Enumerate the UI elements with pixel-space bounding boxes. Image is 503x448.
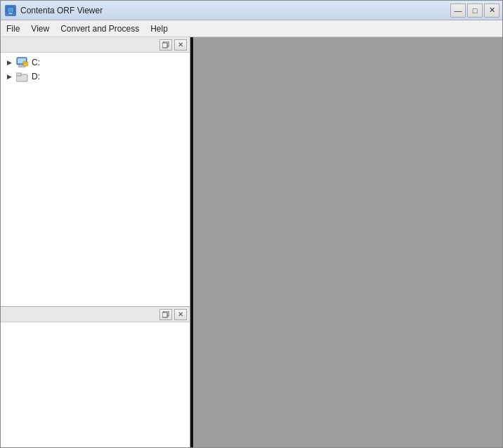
file-tree-close-button[interactable]: ✕ [174, 39, 187, 51]
bottom-pane-restore-button[interactable] [159, 309, 172, 320]
svg-rect-0 [7, 7, 14, 13]
svg-rect-13 [162, 312, 167, 317]
tree-label-c-drive: C: [30, 58, 40, 67]
right-panel [190, 37, 502, 447]
menu-item-help[interactable]: Help [145, 22, 174, 36]
folder-icon [16, 71, 29, 82]
file-tree-toolbar: ✕ [1, 37, 190, 53]
minimize-button[interactable]: — [450, 4, 466, 18]
menu-item-file[interactable]: File [1, 22, 25, 36]
app-window: Contenta ORF Viewer — □ ✕ File View Conv… [0, 0, 503, 448]
tree-expand-d[interactable]: ▶ [4, 71, 15, 82]
menu-item-convert-process[interactable]: Convert and Process [55, 22, 145, 36]
window-title: Contenta ORF Viewer [20, 6, 103, 15]
svg-rect-9 [23, 61, 26, 63]
left-panel: ✕ ▶ [1, 37, 190, 447]
menu-item-view[interactable]: View [25, 22, 55, 36]
svg-rect-3 [162, 43, 167, 48]
panel-divider-bar [190, 37, 193, 447]
file-tree-pane: ✕ ▶ [1, 37, 190, 307]
tree-label-d-drive: D: [30, 72, 40, 81]
bottom-pane-content [1, 322, 190, 447]
svg-rect-11 [16, 73, 21, 76]
title-buttons: — □ ✕ [450, 4, 499, 18]
tree-item-c-drive[interactable]: ▶ [1, 55, 190, 70]
tree-item-d-drive[interactable]: ▶ D: [1, 70, 190, 84]
file-tree-restore-button[interactable] [159, 39, 172, 51]
maximize-button[interactable]: □ [467, 4, 483, 18]
main-content: ✕ ▶ [1, 37, 502, 447]
bottom-pane-toolbar: ✕ [1, 307, 190, 322]
bottom-pane-close-button[interactable]: ✕ [174, 309, 187, 320]
computer-icon [16, 57, 29, 68]
svg-rect-1 [8, 13, 13, 14]
title-bar: Contenta ORF Viewer — □ ✕ [1, 1, 502, 20]
svg-rect-7 [18, 66, 25, 67]
tree-expand-c[interactable]: ▶ [4, 57, 15, 68]
close-button[interactable]: ✕ [484, 4, 499, 18]
title-bar-left: Contenta ORF Viewer [5, 5, 103, 16]
file-tree-content: ▶ [1, 53, 190, 306]
menu-bar: File View Convert and Process Help [1, 20, 502, 37]
bottom-pane: ✕ [1, 307, 190, 447]
app-icon [5, 5, 16, 16]
